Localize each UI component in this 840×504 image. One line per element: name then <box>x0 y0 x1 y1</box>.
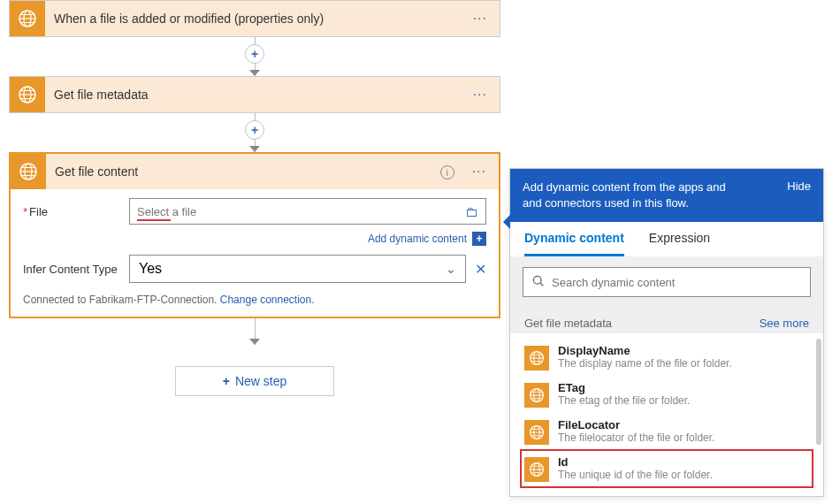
dyn-item-displayname[interactable]: DisplayName The display name of the file… <box>521 339 813 376</box>
file-label: *File <box>23 205 129 218</box>
chevron-down-icon: ⌄ <box>446 262 456 276</box>
content-step: Get file content i ··· *File 🗀 Add dynam… <box>9 152 500 318</box>
search-icon <box>532 275 545 290</box>
dyn-item-id[interactable]: Id The unique id of the file or folder. <box>521 450 813 487</box>
see-more-link[interactable]: See more <box>760 317 809 330</box>
validation-underline <box>137 219 171 221</box>
svg-line-6 <box>540 283 543 286</box>
svg-point-5 <box>533 276 541 284</box>
dyn-item-etag[interactable]: ETag The etag of the file or folder. <box>521 376 813 413</box>
ftp-icon <box>10 77 45 112</box>
file-text-input[interactable] <box>137 205 465 218</box>
infer-label: Infer Content Type <box>23 263 129 276</box>
insert-step-button[interactable]: + <box>245 120 264 140</box>
ftp-icon <box>524 383 549 408</box>
ftp-icon <box>524 420 549 445</box>
ftp-icon <box>524 346 549 370</box>
clear-button[interactable]: ✕ <box>475 261 486 278</box>
step-menu-button[interactable]: ··· <box>461 11 500 27</box>
connector: + <box>9 113 500 152</box>
trigger-step[interactable]: When a file is added or modified (proper… <box>9 0 500 37</box>
dyn-item-filelocator[interactable]: FileLocator The filelocator of the file … <box>521 413 813 450</box>
add-dynamic-plus-icon[interactable]: + <box>472 232 486 246</box>
search-box[interactable] <box>523 267 811 297</box>
folder-icon[interactable]: 🗀 <box>465 204 478 219</box>
infer-value: Yes <box>139 261 162 277</box>
connector <box>9 318 500 345</box>
connector: + <box>9 37 500 76</box>
ftp-icon <box>10 1 45 36</box>
new-step-button[interactable]: +New step <box>175 366 334 396</box>
ftp-icon <box>11 154 46 189</box>
file-input[interactable]: 🗀 <box>129 198 486 225</box>
scrollbar[interactable] <box>816 339 821 445</box>
step-title: When a file is added or modified (proper… <box>45 11 461 26</box>
search-input[interactable] <box>552 276 801 289</box>
insert-step-button[interactable]: + <box>245 44 264 64</box>
step-title: Get file metadata <box>45 88 461 102</box>
callout-arrow <box>503 215 510 229</box>
step-menu-button[interactable]: ··· <box>460 164 499 179</box>
section-title: Get file metadata <box>524 317 612 330</box>
change-connection-link[interactable]: Change connection. <box>220 294 315 306</box>
infer-select[interactable]: Yes ⌄ <box>129 255 466 283</box>
info-button[interactable]: i <box>435 164 460 179</box>
connection-info: Connected to Fabrikam-FTP-Connection. Ch… <box>23 286 486 306</box>
add-dynamic-content-link[interactable]: Add dynamic content <box>368 233 467 245</box>
ftp-icon <box>524 457 549 482</box>
step-title: Get file content <box>46 164 435 179</box>
tab-expression[interactable]: Expression <box>649 231 710 256</box>
tab-dynamic-content[interactable]: Dynamic content <box>524 231 624 256</box>
hide-panel-link[interactable]: Hide <box>787 179 811 193</box>
metadata-step[interactable]: Get file metadata ··· <box>9 76 500 113</box>
step-menu-button[interactable]: ··· <box>461 87 500 103</box>
panel-header-text: Add dynamic content from the apps and an… <box>523 179 744 211</box>
dynamic-content-panel: Add dynamic content from the apps and an… <box>509 168 824 497</box>
